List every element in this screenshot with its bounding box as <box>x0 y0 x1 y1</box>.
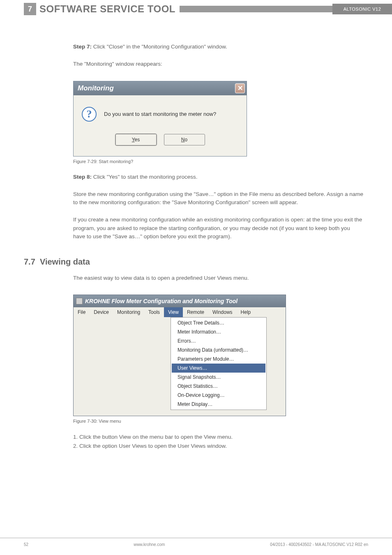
page-number: 52 <box>24 542 28 547</box>
menu-signal-snapshots[interactable]: Signal Snapshots… <box>172 373 265 382</box>
dialog-body: ? Do you want to start monitoring the me… <box>74 95 247 156</box>
footer-docid: 04/2013 - 4002643502 - MA ALTOSONIC V12 … <box>270 542 368 547</box>
para-easiest: The easiest way to view data is to open … <box>73 274 363 282</box>
menu-errors[interactable]: Errors… <box>172 336 265 345</box>
app-title: KROHNE Flow Meter Configuration and Moni… <box>85 298 238 304</box>
monitoring-dialog: Monitoring ✕ ? Do you want to start moni… <box>73 81 247 157</box>
close-icon: ✕ <box>238 84 243 92</box>
menu-parameters-per-module[interactable]: Parameters per Module… <box>172 355 265 364</box>
para-ifcreate: If you create a new monitoring configura… <box>73 216 363 241</box>
menu-tools[interactable]: Tools <box>144 307 164 317</box>
step-8-text: Click "Yes" to start the monitoring proc… <box>92 174 197 180</box>
yes-button[interactable]: Yes <box>115 134 157 145</box>
chapter-number-box: 7 <box>24 3 36 15</box>
app-icon <box>76 298 83 304</box>
menu-meter-display[interactable]: Meter Display… <box>172 400 265 409</box>
step-7: Step 7: Click "Close" in the "Monitoring… <box>73 43 363 51</box>
menu-file[interactable]: File <box>74 307 90 317</box>
menu-user-views[interactable]: User Views… <box>172 364 265 373</box>
header-bar <box>180 6 332 12</box>
app-body: Object Tree Details… Meter Information… … <box>74 317 286 416</box>
menu-object-tree-details[interactable]: Object Tree Details… <box>172 318 265 327</box>
step-1: 1. Click the button View on the menu bar… <box>73 433 363 442</box>
step-7-text: Click "Close" in the "Monitoring Configu… <box>92 44 227 50</box>
view-dropdown: Object Tree Details… Meter Information… … <box>171 317 267 410</box>
menu-remote[interactable]: Remote <box>183 307 208 317</box>
menubar: File Device Monitoring Tools View Remote… <box>74 307 286 317</box>
header-title: SOFTWARE SERVICE TOOL <box>39 3 175 15</box>
footer-url: www.krohne.com <box>134 542 165 547</box>
section-title: Viewing data <box>40 257 90 266</box>
numbered-steps: 1. Click the button View on the menu bar… <box>73 433 363 450</box>
menu-object-statistics[interactable]: Object Statistics… <box>172 382 265 391</box>
close-button[interactable]: ✕ <box>235 83 245 93</box>
section-num: 7.7 <box>24 257 35 266</box>
step-8: Step 8: Click "Yes" to start the monitor… <box>73 173 363 181</box>
dialog-title: Monitoring <box>78 84 114 92</box>
app-window: KROHNE Flow Meter Configuration and Moni… <box>73 295 286 416</box>
menu-on-device-logging[interactable]: On-Device Logging… <box>172 391 265 400</box>
step-2: 2. Click the option User Views to open t… <box>73 442 363 451</box>
figure-7-29-caption: Figure 7-29: Start monitoring? <box>73 159 363 164</box>
page-footer: 52 www.krohne.com 04/2013 - 4002643502 -… <box>0 538 392 547</box>
menu-view[interactable]: View <box>164 307 183 317</box>
section-heading: 7.7 Viewing data <box>24 257 363 267</box>
step-7-label: Step 7: <box>73 44 92 50</box>
menu-windows[interactable]: Windows <box>208 307 237 317</box>
product-badge: ALTOSONIC V12 <box>332 4 392 14</box>
menu-meter-information[interactable]: Meter Information… <box>172 327 265 336</box>
question-icon: ? <box>82 107 97 122</box>
menu-monitoring-data[interactable]: Monitoring Data (unformatted)… <box>172 345 265 355</box>
app-titlebar: KROHNE Flow Meter Configuration and Moni… <box>74 295 286 307</box>
figure-7-30-caption: Figure 7-30: View menu <box>73 419 363 424</box>
dialog-titlebar: Monitoring ✕ <box>74 81 247 95</box>
step-8-label: Step 8: <box>73 174 92 180</box>
no-button[interactable]: No <box>164 134 205 145</box>
menu-device[interactable]: Device <box>90 307 113 317</box>
para-store: Store the new monitoring configuration u… <box>73 190 363 207</box>
menu-help[interactable]: Help <box>237 307 255 317</box>
menu-monitoring[interactable]: Monitoring <box>113 307 144 317</box>
dialog-message: Do you want to start monitoring the mete… <box>104 111 216 117</box>
page-header: 7 SOFTWARE SERVICE TOOL ALTOSONIC V12 <box>0 0 392 18</box>
para-reappears: The "Monitoring" window reappears: <box>73 60 363 68</box>
